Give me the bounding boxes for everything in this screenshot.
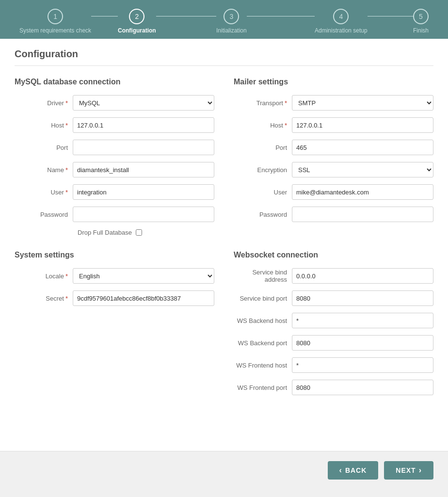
mysql-port-row: Port: [15, 140, 214, 155]
mailer-transport-select[interactable]: SMTP: [292, 95, 433, 111]
step-wrapper-2: 2 Configuration: [118, 9, 216, 34]
websocket-section-title: Websocket connection: [234, 251, 433, 259]
step-wrapper-4: 4 Administration setup: [315, 9, 413, 34]
mysql-host-row: Host*: [15, 117, 214, 133]
ws-backend-port-input[interactable]: [292, 335, 433, 351]
mailer-section-title: Mailer settings: [234, 78, 433, 86]
mysql-password-input[interactable]: [73, 207, 214, 222]
mysql-section-title: MySQL database connection: [15, 78, 214, 86]
ws-backend-host-label: WS Backend host: [234, 317, 292, 324]
mailer-user-label: User: [234, 189, 292, 196]
step-line-1: [91, 16, 118, 16]
step-3-label: Initialization: [216, 27, 247, 34]
next-button[interactable]: NEXT ›: [384, 461, 433, 480]
system-section: System settings Locale* English Secret*: [15, 251, 214, 402]
step-5-circle: 5: [413, 9, 429, 24]
step-wrapper-5: 5 Finish: [413, 9, 429, 34]
mailer-encryption-select[interactable]: SSL: [292, 162, 433, 177]
page-title: Configuration: [15, 48, 433, 66]
top-form-sections: MySQL database connection Driver* MySQL …: [15, 78, 433, 236]
mysql-password-label: Password: [15, 211, 73, 218]
step-2-label: Configuration: [118, 27, 156, 34]
step-4: 4 Administration setup: [315, 9, 368, 34]
step-line-2: [156, 16, 216, 16]
step-3: 3 Initialization: [216, 9, 247, 34]
step-2: 2 Configuration: [118, 9, 156, 34]
step-3-circle: 3: [224, 9, 239, 24]
system-section-title: System settings: [15, 251, 214, 259]
mailer-port-row: Port: [234, 140, 433, 155]
mailer-password-row: Password: [234, 207, 433, 222]
websocket-section: Websocket connection Service bind addres…: [234, 251, 433, 402]
mysql-driver-label: Driver*: [15, 99, 73, 107]
mailer-user-input[interactable]: [292, 184, 433, 200]
step-line-4: [368, 16, 413, 16]
step-5-label: Finish: [413, 27, 429, 34]
ws-frontend-host-input[interactable]: [292, 357, 433, 373]
ws-service-bind-port-row: Service bind port: [234, 290, 433, 306]
mysql-password-row: Password: [15, 207, 214, 222]
system-secret-input[interactable]: [73, 290, 214, 306]
mailer-transport-row: Transport* SMTP: [234, 95, 433, 111]
ws-service-bind-address-row: Service bind address: [234, 268, 433, 284]
next-arrow-icon: ›: [419, 466, 422, 475]
back-button[interactable]: ‹ BACK: [328, 461, 379, 480]
ws-service-bind-port-label: Service bind port: [234, 295, 292, 302]
wizard-header: 1 System requirements check 2 Configurat…: [0, 0, 448, 39]
step-2-circle: 2: [129, 9, 144, 24]
bottom-form-sections: System settings Locale* English Secret* …: [15, 251, 433, 402]
mysql-port-input[interactable]: [73, 140, 214, 155]
mailer-host-input[interactable]: [292, 117, 433, 133]
mysql-driver-row: Driver* MySQL: [15, 95, 214, 111]
main-content: Configuration MySQL database connection …: [0, 39, 448, 451]
system-secret-label: Secret*: [15, 295, 73, 302]
ws-frontend-port-label: WS Frontend port: [234, 384, 292, 391]
mysql-user-input[interactable]: [73, 184, 214, 200]
back-arrow-icon: ‹: [339, 466, 342, 475]
ws-backend-port-row: WS Backend port: [234, 335, 433, 351]
mailer-encryption-label: Encryption: [234, 166, 292, 174]
ws-backend-port-label: WS Backend port: [234, 339, 292, 347]
step-5: 5 Finish: [413, 9, 429, 34]
mailer-password-label: Password: [234, 211, 292, 218]
ws-frontend-port-row: WS Frontend port: [234, 380, 433, 395]
mailer-transport-label: Transport*: [234, 99, 292, 107]
mailer-host-row: Host*: [234, 117, 433, 133]
mailer-password-input[interactable]: [292, 207, 433, 222]
step-4-label: Administration setup: [315, 27, 368, 34]
ws-service-bind-address-input[interactable]: [292, 268, 433, 284]
drop-db-checkbox[interactable]: [136, 229, 142, 236]
step-wrapper-1: 1 System requirements check: [19, 9, 118, 34]
mailer-user-row: User: [234, 184, 433, 200]
system-secret-row: Secret*: [15, 290, 214, 306]
ws-service-bind-address-label: Service bind address: [234, 269, 292, 283]
mailer-section: Mailer settings Transport* SMTP Host* Po…: [234, 78, 433, 236]
system-locale-label: Locale*: [15, 273, 73, 280]
ws-backend-host-row: WS Backend host: [234, 313, 433, 328]
step-line-3: [247, 16, 315, 16]
mysql-port-label: Port: [15, 144, 73, 151]
ws-frontend-host-row: WS Frontend host: [234, 357, 433, 373]
step-4-circle: 4: [333, 9, 349, 24]
mysql-host-input[interactable]: [73, 117, 214, 133]
mysql-section: MySQL database connection Driver* MySQL …: [15, 78, 214, 236]
mysql-name-input[interactable]: [73, 162, 214, 177]
step-wrapper-3: 3 Initialization: [216, 9, 315, 34]
mysql-driver-select[interactable]: MySQL: [73, 95, 214, 111]
drop-db-label: Drop Full Database: [78, 229, 132, 236]
mailer-host-label: Host*: [234, 122, 292, 129]
drop-db-row: Drop Full Database: [78, 229, 214, 236]
ws-service-bind-port-input[interactable]: [292, 290, 433, 306]
system-locale-select[interactable]: English: [73, 268, 214, 284]
system-locale-row: Locale* English: [15, 268, 214, 284]
footer: ‹ BACK NEXT ›: [0, 451, 448, 489]
ws-frontend-port-input[interactable]: [292, 380, 433, 395]
mailer-port-input[interactable]: [292, 140, 433, 155]
wizard-steps: 1 System requirements check 2 Configurat…: [0, 9, 448, 34]
ws-frontend-host-label: WS Frontend host: [234, 362, 292, 369]
mysql-user-row: User*: [15, 184, 214, 200]
step-1-circle: 1: [48, 9, 63, 24]
ws-backend-host-input[interactable]: [292, 313, 433, 328]
mailer-port-label: Port: [234, 144, 292, 151]
mysql-name-row: Name*: [15, 162, 214, 177]
